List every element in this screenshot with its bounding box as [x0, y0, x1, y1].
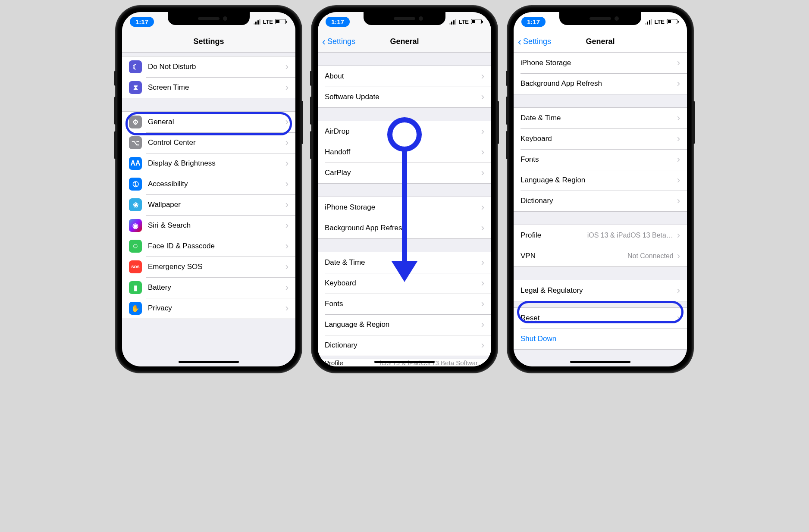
row-wallpaper[interactable]: ❀Wallpaper›	[122, 194, 295, 215]
status-right: LTE	[254, 19, 286, 25]
group-profile: ProfileiOS 13 & iPadOS 13 Beta Softwar..…	[514, 225, 687, 267]
row-date-time[interactable]: Date & Time›	[318, 252, 491, 273]
row-label: Do Not Disturb	[148, 63, 285, 71]
general-list[interactable]: About›Software Update› AirDrop›Handoff›C…	[318, 53, 491, 366]
row-privacy[interactable]: ✋Privacy›	[122, 298, 295, 319]
row-reset[interactable]: Reset›	[514, 308, 687, 329]
back-button[interactable]: ‹ Settings	[322, 37, 355, 47]
row-label: Face ID & Passcode	[148, 242, 285, 250]
row-language-region[interactable]: Language & Region›	[318, 314, 491, 335]
notch	[168, 12, 250, 25]
row-label: Date & Time	[521, 114, 677, 122]
row-about[interactable]: About›	[318, 66, 491, 87]
chevron-right-icon: ›	[677, 78, 680, 89]
display-icon: AA	[129, 157, 142, 170]
row-keyboard[interactable]: Keyboard›	[514, 128, 687, 149]
chevron-right-icon: ›	[677, 195, 680, 207]
chevron-right-icon: ›	[285, 220, 288, 231]
row-control-center[interactable]: ⌥Control Center›	[122, 132, 295, 153]
row-iphone-storage[interactable]: iPhone Storage›	[318, 197, 491, 218]
row-label: Siri & Search	[148, 221, 285, 230]
row-label: VPN	[521, 252, 627, 260]
battery-icon	[275, 19, 286, 24]
row-airdrop[interactable]: AirDrop›	[318, 121, 491, 142]
row-legal[interactable]: Legal & Regulatory›	[514, 280, 687, 301]
row-dnd[interactable]: ☾Do Not Disturb›	[122, 56, 295, 77]
row-dictionary[interactable]: Dictionary›	[514, 191, 687, 211]
row-screen-time[interactable]: ⧗Screen Time›	[122, 77, 295, 98]
row-dictionary[interactable]: Dictionary›	[318, 335, 491, 356]
back-label: Settings	[523, 37, 551, 46]
row-sos[interactable]: SOSEmergency SOS›	[122, 257, 295, 277]
row-label: Dictionary	[521, 197, 677, 205]
back-button[interactable]: ‹ Settings	[518, 37, 551, 47]
status-time: 1:17	[521, 17, 546, 27]
row-fonts[interactable]: Fonts›	[318, 294, 491, 314]
group-dnd: ☾Do Not Disturb›⧗Screen Time›	[122, 56, 295, 98]
row-software-update[interactable]: Software Update›	[318, 87, 491, 107]
group-general: ⚙General›⌥Control Center›AADisplay & Bri…	[122, 111, 295, 319]
switches-icon: ⌥	[129, 136, 142, 149]
row-profile[interactable]: ProfileiOS 13 & iPadOS 13 Beta Softwar..…	[514, 225, 687, 246]
row-label: Profile	[325, 359, 343, 366]
row-label: Battery	[148, 283, 285, 292]
row-general[interactable]: ⚙General›	[122, 112, 295, 132]
chevron-left-icon: ‹	[322, 37, 326, 47]
chevron-right-icon: ›	[481, 257, 484, 268]
moon-icon: ☾	[129, 60, 142, 73]
row-label: Date & Time	[325, 258, 481, 267]
row-label: Keyboard	[325, 279, 481, 288]
home-indicator[interactable]	[374, 361, 435, 363]
chevron-right-icon: ›	[285, 158, 288, 169]
nav-bar: ‹ Settings General	[318, 31, 491, 53]
row-fonts[interactable]: Fonts›	[514, 149, 687, 170]
row-battery[interactable]: ▮Battery›	[122, 277, 295, 298]
chevron-right-icon: ›	[481, 202, 484, 213]
row-keyboard[interactable]: Keyboard›	[318, 273, 491, 294]
row-accessibility[interactable]: ➀Accessibility›	[122, 174, 295, 194]
row-label: Screen Time	[148, 83, 285, 92]
row-label: Language & Region	[521, 176, 677, 185]
nav-bar: Settings	[122, 31, 295, 53]
accessibility-icon: ➀	[129, 178, 142, 191]
chevron-right-icon: ›	[285, 199, 288, 210]
row-label: AirDrop	[325, 127, 481, 136]
group-storage: iPhone Storage›Background App Refresh›	[318, 197, 491, 239]
chevron-right-icon: ›	[285, 241, 288, 252]
row-bg-refresh[interactable]: Background App Refresh›	[318, 218, 491, 238]
row-label: Software Update	[325, 93, 481, 101]
row-carplay[interactable]: CarPlay›	[318, 163, 491, 183]
row-date-time[interactable]: Date & Time›	[514, 108, 687, 128]
home-indicator[interactable]	[570, 361, 630, 363]
signal-icon	[449, 19, 457, 25]
group-legal: Legal & Regulatory›	[514, 280, 687, 301]
screen-2: 1:17 LTE ‹ Settings General About›Softwa…	[318, 12, 491, 366]
home-indicator[interactable]	[179, 361, 239, 363]
row-display[interactable]: AADisplay & Brightness›	[122, 153, 295, 174]
chevron-right-icon: ›	[285, 61, 288, 72]
row-faceid[interactable]: ☺Face ID & Passcode›	[122, 236, 295, 257]
row-label: About	[325, 72, 481, 81]
phone-frame-3: 1:17 LTE ‹ Settings General iPhone Stora…	[508, 6, 693, 372]
row-vpn[interactable]: VPNNot Connected›	[514, 246, 687, 266]
nav-bar: ‹ Settings General	[514, 31, 687, 53]
chevron-right-icon: ›	[481, 278, 484, 289]
row-language-region[interactable]: Language & Region›	[514, 170, 687, 191]
row-bg-refresh[interactable]: Background App Refresh›	[514, 73, 687, 94]
nav-title: Settings	[193, 37, 224, 46]
row-label: Fonts	[325, 300, 481, 308]
row-shutdown[interactable]: Shut Down	[514, 329, 687, 349]
row-handoff[interactable]: Handoff›	[318, 142, 491, 163]
chevron-right-icon: ›	[285, 261, 288, 272]
chevron-right-icon: ›	[285, 282, 288, 293]
general-list-scrolled[interactable]: iPhone Storage›Background App Refresh› D…	[514, 53, 687, 366]
row-iphone-storage[interactable]: iPhone Storage›	[514, 53, 687, 73]
row-label: Wallpaper	[148, 200, 285, 209]
battery-icon	[471, 19, 482, 24]
phone-frame-2: 1:17 LTE ‹ Settings General About›Softwa…	[312, 6, 497, 372]
row-siri[interactable]: ◉Siri & Search›	[122, 215, 295, 236]
status-time: 1:17	[130, 17, 154, 27]
row-detail: Not Connected	[627, 252, 674, 260]
settings-list[interactable]: ☾Do Not Disturb›⧗Screen Time› ⚙General›⌥…	[122, 53, 295, 366]
group-airdrop: AirDrop›Handoff›CarPlay›	[318, 121, 491, 184]
